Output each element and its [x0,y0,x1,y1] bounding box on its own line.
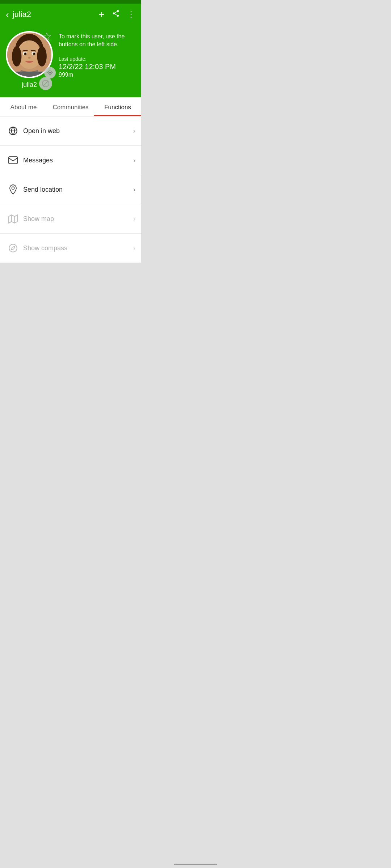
show-map-item: Show map › [0,204,141,234]
app-bar-title: julia2 [13,10,95,19]
open-in-web-label: Open in web [23,127,133,135]
show-compass-label: Show compass [23,244,133,252]
send-location-label: Send location [23,186,133,193]
block-badge[interactable] [39,77,52,90]
show-map-label: Show map [23,215,133,223]
share-button[interactable] [112,9,120,20]
app-bar: ‹ julia2 + ⋮ [0,4,141,25]
svg-point-20 [12,187,14,190]
show-compass-chevron: › [133,244,135,252]
messages-item[interactable]: Messages › [0,146,141,175]
grey-area [0,263,141,444]
last-update-label: Last update: [59,56,135,62]
send-location-item[interactable]: Send location › [0,175,141,204]
tab-about-me[interactable]: About me [0,97,47,116]
add-button[interactable]: + [99,9,105,20]
svg-point-11 [34,53,35,54]
avatar-container: ☆ julia2 [6,31,53,89]
last-update-datetime: 12/2/22 12:03 PM [59,63,135,71]
messages-chevron: › [133,157,135,164]
app-bar-actions: + ⋮ [99,9,135,20]
tab-functions[interactable]: Functions [94,97,141,116]
status-bar [0,0,141,4]
profile-hint: To mark this user, use the buttons on th… [59,33,135,49]
show-map-chevron: › [133,215,135,223]
globe-icon [6,124,20,138]
location-pin-icon [6,182,20,197]
profile-info: To mark this user, use the buttons on th… [59,31,135,78]
back-button[interactable]: ‹ [6,10,9,19]
last-update-distance: 999m [59,72,135,78]
svg-point-4 [12,46,21,67]
svg-point-5 [37,46,47,67]
functions-list: Open in web › Messages › Send location › [0,116,141,263]
profile-section: ☆ julia2 To mark this user, use the butt… [0,25,141,97]
envelope-icon [6,153,20,167]
svg-point-21 [9,244,17,252]
send-location-chevron: › [133,186,135,193]
messages-label: Messages [23,157,133,164]
tab-communities[interactable]: Communities [47,97,94,116]
map-icon [6,212,20,226]
compass-icon [6,241,20,255]
svg-line-17 [43,81,48,86]
open-in-web-chevron: › [133,127,135,135]
svg-rect-19 [9,157,17,164]
open-in-web-item[interactable]: Open in web › [0,116,141,146]
svg-point-10 [25,53,26,54]
star-badge[interactable]: ☆ [42,30,52,43]
svg-point-14 [49,72,51,74]
more-options-button[interactable]: ⋮ [127,10,135,19]
svg-point-12 [28,57,31,59]
show-compass-item: Show compass › [0,234,141,263]
tabs-container: About me Communities Functions [0,97,141,116]
